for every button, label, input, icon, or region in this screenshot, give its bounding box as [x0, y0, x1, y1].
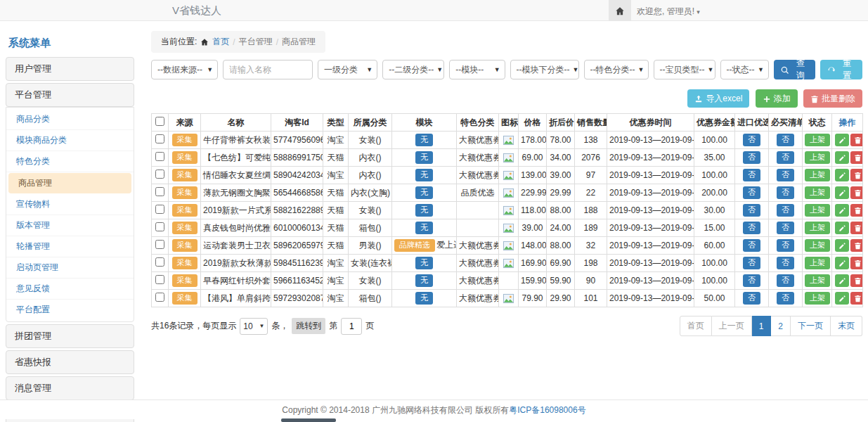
import-select-badge[interactable]: 否 [743, 151, 760, 163]
sidebar-item-1-5[interactable]: 版本管理 [6, 215, 134, 236]
sidebar-item-1-2[interactable]: 特色分类 [6, 151, 134, 172]
level1-category-select[interactable]: 一级分类▼ [318, 60, 377, 79]
edit-button[interactable] [835, 239, 849, 252]
must-buy-badge[interactable]: 否 [777, 274, 794, 286]
edit-button[interactable] [835, 222, 849, 234]
page-number-input[interactable] [341, 318, 362, 335]
edit-button[interactable] [835, 151, 849, 164]
name-input[interactable] [223, 60, 313, 79]
delete-button[interactable] [850, 186, 863, 199]
pager-button-2[interactable]: 1 [752, 316, 772, 336]
status-badge[interactable]: 上架 [805, 204, 830, 216]
must-buy-badge[interactable]: 否 [777, 186, 794, 198]
edit-button[interactable] [835, 134, 849, 146]
status-badge[interactable]: 上架 [805, 292, 830, 304]
add-button[interactable]: 添加 [756, 89, 798, 108]
batch-delete-button[interactable]: 批量删除 [803, 89, 862, 108]
sidebar-item-1-1[interactable]: 模块商品分类 [6, 130, 134, 151]
status-badge[interactable]: 上架 [805, 134, 830, 146]
level2-category-select[interactable]: --二级分类--▼ [382, 60, 444, 79]
delete-button[interactable] [850, 134, 863, 146]
delete-button[interactable] [850, 222, 863, 234]
status-badge[interactable]: 上架 [805, 222, 830, 234]
icp-link[interactable]: 粤ICP备16098006号 [509, 405, 585, 415]
status-select[interactable]: --状态--▼ [720, 60, 769, 79]
import-select-badge[interactable]: 否 [743, 292, 760, 304]
row-checkbox[interactable] [155, 187, 164, 196]
import-select-badge[interactable]: 否 [743, 134, 760, 146]
row-checkbox[interactable] [155, 205, 164, 214]
import-excel-button[interactable]: 导入excel [687, 89, 749, 108]
sidebar-item-1-0[interactable]: 商品分类 [6, 109, 134, 130]
must-buy-badge[interactable]: 否 [777, 292, 794, 304]
delete-button[interactable] [850, 292, 863, 305]
row-checkbox[interactable] [155, 293, 164, 302]
sidebar-group-4[interactable]: 消息管理 [6, 376, 134, 400]
import-select-badge[interactable]: 否 [743, 169, 760, 181]
sidebar-item-1-4[interactable]: 宣传物料 [6, 194, 134, 215]
status-badge[interactable]: 上架 [805, 186, 830, 198]
pager-button-1[interactable]: 上一页 [712, 316, 752, 336]
import-select-badge[interactable]: 否 [743, 222, 760, 234]
module-select[interactable]: --模块--▼ [449, 60, 505, 79]
row-checkbox[interactable] [155, 222, 164, 231]
pager-button-5[interactable]: 末页 [831, 316, 862, 336]
edit-button[interactable] [835, 292, 849, 305]
data-source-select[interactable]: --数据来源--▼ [151, 60, 218, 79]
sidebar-item-1-6[interactable]: 轮播管理 [6, 236, 134, 257]
pager-button-4[interactable]: 下一页 [791, 316, 831, 336]
delete-button[interactable] [850, 274, 863, 287]
sidebar-item-1-7[interactable]: 启动页管理 [6, 257, 134, 279]
sidebar-item-1-3[interactable]: 商品管理 [8, 173, 131, 193]
pager-button-3[interactable]: 2 [771, 316, 791, 336]
import-select-badge[interactable]: 否 [743, 274, 760, 286]
delete-button[interactable] [850, 239, 863, 252]
must-buy-badge[interactable]: 否 [777, 239, 794, 251]
edit-button[interactable] [835, 169, 849, 181]
feature-category-select[interactable]: --特色分类--▼ [584, 60, 649, 79]
row-checkbox[interactable] [155, 152, 164, 161]
row-checkbox[interactable] [155, 170, 164, 179]
import-select-badge[interactable]: 否 [743, 257, 760, 269]
sidebar-group-0[interactable]: 用户管理 [6, 57, 134, 81]
edit-button[interactable] [835, 186, 849, 199]
search-button[interactable]: 查询 [774, 60, 816, 79]
row-checkbox[interactable] [155, 257, 164, 267]
status-badge[interactable]: 上架 [805, 239, 830, 251]
sidebar-item-1-9[interactable]: 平台配置 [6, 300, 134, 320]
sidebar-group-3[interactable]: 省惠快报 [6, 350, 134, 374]
must-buy-badge[interactable]: 否 [777, 222, 794, 234]
per-page-select[interactable]: 10 ▼ [240, 318, 268, 335]
status-badge[interactable]: 上架 [805, 257, 830, 269]
home-button[interactable] [609, 0, 631, 20]
delete-button[interactable] [850, 151, 863, 164]
import-select-badge[interactable]: 否 [743, 204, 760, 216]
row-checkbox[interactable] [155, 134, 164, 143]
import-select-badge[interactable]: 否 [743, 239, 760, 251]
pager-button-0[interactable]: 首页 [680, 316, 712, 336]
breadcrumb-home-link[interactable]: 首页 [212, 36, 229, 48]
select-all-checkbox[interactable] [155, 117, 164, 126]
sidebar-group-1[interactable]: 平台管理 [6, 83, 134, 107]
reset-button[interactable]: 重置 [820, 60, 862, 79]
status-badge[interactable]: 上架 [805, 274, 830, 286]
edit-button[interactable] [835, 274, 849, 287]
delete-button[interactable] [850, 257, 863, 269]
horizontal-scrollbar-thumb[interactable] [281, 418, 336, 422]
must-buy-badge[interactable]: 否 [777, 151, 794, 163]
sidebar-group-2[interactable]: 拼团管理 [6, 324, 134, 348]
edit-button[interactable] [835, 204, 849, 217]
delete-button[interactable] [850, 204, 863, 217]
edit-button[interactable] [835, 257, 849, 269]
status-badge[interactable]: 上架 [805, 169, 830, 181]
item-type-select[interactable]: --宝贝类型--▼ [654, 60, 715, 79]
user-menu[interactable]: 欢迎您, 管理员! ▾ [637, 6, 700, 18]
must-buy-badge[interactable]: 否 [777, 204, 794, 216]
must-buy-badge[interactable]: 否 [777, 134, 794, 146]
delete-button[interactable] [850, 169, 863, 181]
status-badge[interactable]: 上架 [805, 151, 830, 163]
must-buy-badge[interactable]: 否 [777, 169, 794, 181]
sidebar-item-1-8[interactable]: 意见反馈 [6, 279, 134, 300]
import-select-badge[interactable]: 否 [743, 186, 760, 198]
module-sub-category-select[interactable]: --模块下分类--▼ [510, 60, 579, 79]
